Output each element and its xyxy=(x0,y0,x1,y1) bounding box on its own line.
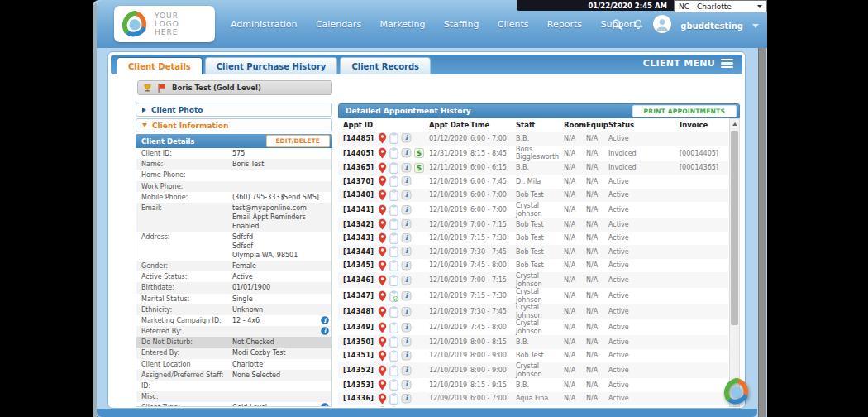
nav-administration[interactable]: Administration xyxy=(231,19,298,30)
info-icon[interactable]: i xyxy=(401,337,412,347)
clipboard-icon[interactable] xyxy=(389,365,398,376)
pin-icon[interactable] xyxy=(378,162,387,174)
info-icon[interactable]: i xyxy=(401,148,412,158)
pin-icon[interactable] xyxy=(378,322,387,333)
nav-marketing[interactable]: Marketing xyxy=(380,19,426,30)
clipboard-icon[interactable] xyxy=(389,275,398,286)
bell-icon[interactable] xyxy=(632,18,644,34)
client-menu-button[interactable]: CLIENT MENU xyxy=(643,58,733,69)
info-icon[interactable]: i xyxy=(401,176,412,186)
info-icon[interactable]: i xyxy=(401,133,412,143)
pin-icon[interactable] xyxy=(378,147,387,159)
pin-icon[interactable] xyxy=(378,306,387,318)
info-icon[interactable]: i xyxy=(401,233,412,243)
info-icon[interactable]: i xyxy=(401,276,412,285)
pin-icon[interactable] xyxy=(378,379,387,391)
avatar[interactable] xyxy=(653,15,671,36)
clipboard-icon[interactable] xyxy=(389,147,398,159)
tab-client-purchase-history[interactable]: Client Purchase History xyxy=(205,57,338,74)
pin-icon[interactable] xyxy=(378,232,387,244)
info-icon[interactable]: i xyxy=(321,316,329,324)
info-icon[interactable]: i xyxy=(401,163,412,173)
appointments-scrollbar[interactable] xyxy=(729,118,740,407)
brand-logo-icon[interactable] xyxy=(723,377,751,405)
dollar-icon[interactable]: $ xyxy=(414,163,424,173)
pin-icon[interactable] xyxy=(378,175,387,187)
clipboard-icon[interactable] xyxy=(389,350,398,362)
nav-staffing[interactable]: Staffing xyxy=(444,19,479,30)
clipboard-icon[interactable] xyxy=(389,406,398,407)
clipboard-icon[interactable] xyxy=(389,189,398,201)
nav-clients[interactable]: Clients xyxy=(498,19,529,30)
print-appointments-button[interactable]: PRINT APPOINTMENTS xyxy=(632,105,737,117)
pin-icon[interactable] xyxy=(378,246,387,257)
info-icon[interactable]: i xyxy=(401,261,412,271)
appt-date: 12/10/2019 xyxy=(429,381,470,389)
info-icon[interactable]: i xyxy=(401,291,412,301)
detail-label: Client ID: xyxy=(141,149,232,158)
clipboard-icon[interactable] xyxy=(389,218,398,230)
info-icon[interactable]: i xyxy=(401,394,412,404)
username[interactable]: gbuddtesting xyxy=(680,22,743,31)
pin-icon[interactable] xyxy=(378,290,387,302)
clipboard-icon[interactable] xyxy=(389,322,398,333)
clipboard-icon[interactable] xyxy=(389,162,398,174)
clipboard-icon[interactable] xyxy=(389,306,398,318)
search-icon[interactable] xyxy=(611,18,623,34)
info-icon[interactable]: i xyxy=(401,307,412,317)
pin-icon[interactable] xyxy=(378,365,387,376)
info-icon[interactable]: i xyxy=(401,205,412,215)
clipboard-icon[interactable] xyxy=(389,379,398,391)
appt-id: [14347] xyxy=(343,292,378,300)
info-icon[interactable]: i xyxy=(401,219,412,229)
pin-icon[interactable] xyxy=(378,218,387,230)
appt-date: 12/10/2019 xyxy=(429,324,470,331)
appt-status: Active xyxy=(608,308,680,315)
appt-room: N/A xyxy=(564,248,586,256)
detail-row: Birthdate:01/01/1900 xyxy=(136,282,331,293)
info-icon[interactable]: i xyxy=(401,351,412,361)
pin-icon[interactable] xyxy=(378,275,387,286)
scrollbar-thumb[interactable] xyxy=(731,131,738,325)
appt-staff: Crystal Johnson xyxy=(516,319,564,335)
clipboard-icon[interactable] xyxy=(389,393,398,405)
info-icon[interactable]: i xyxy=(401,323,412,333)
pin-icon[interactable] xyxy=(378,350,387,362)
pin-icon[interactable] xyxy=(378,189,387,201)
pin-icon[interactable] xyxy=(378,336,387,348)
nav-calendars[interactable]: Calendars xyxy=(316,19,361,30)
info-icon[interactable]: i xyxy=(321,327,329,335)
user-menu-chevron-icon[interactable] xyxy=(752,24,759,28)
pin-icon[interactable] xyxy=(378,260,387,271)
info-icon[interactable]: i xyxy=(321,403,329,407)
clipboard-icon[interactable] xyxy=(389,204,398,216)
browser-scrollbar[interactable] xyxy=(758,48,766,417)
pin-icon[interactable] xyxy=(378,204,387,216)
clipboard-icon[interactable] xyxy=(389,246,398,257)
clipboard-icon[interactable] xyxy=(389,175,398,187)
location-select[interactable]: NC Charlotte xyxy=(674,0,767,12)
accordion-client-photo[interactable]: Client Photo xyxy=(136,103,332,117)
clipboard-icon[interactable] xyxy=(389,232,398,244)
clipboard-icon[interactable] xyxy=(389,260,398,271)
dollar-icon[interactable]: $ xyxy=(414,148,424,158)
send-sms-link[interactable]: [Send SMS] xyxy=(281,193,319,202)
clipboard-icon[interactable] xyxy=(389,132,398,144)
info-icon[interactable]: i xyxy=(401,190,412,200)
edit-delete-button[interactable]: EDIT/DELETE xyxy=(266,135,331,147)
pin-icon[interactable] xyxy=(378,393,387,405)
nav-reports[interactable]: Reports xyxy=(547,19,582,30)
info-icon[interactable]: i xyxy=(401,247,412,256)
pin-icon[interactable] xyxy=(378,132,387,144)
info-icon[interactable]: i xyxy=(401,380,412,390)
clipboard-icon[interactable] xyxy=(389,336,398,348)
scroll-up-icon[interactable] xyxy=(730,119,739,129)
appt-equip: N/A xyxy=(586,276,608,284)
accordion-client-information[interactable]: Client Information xyxy=(136,118,332,132)
clipboard-check-icon[interactable] xyxy=(389,290,398,302)
tab-client-records[interactable]: Client Records xyxy=(340,57,431,74)
detail-value: Boris Test xyxy=(232,160,329,169)
pin-icon[interactable] xyxy=(378,406,387,407)
info-icon[interactable]: i xyxy=(401,366,412,376)
tab-client-details[interactable]: Client Details xyxy=(117,57,203,74)
